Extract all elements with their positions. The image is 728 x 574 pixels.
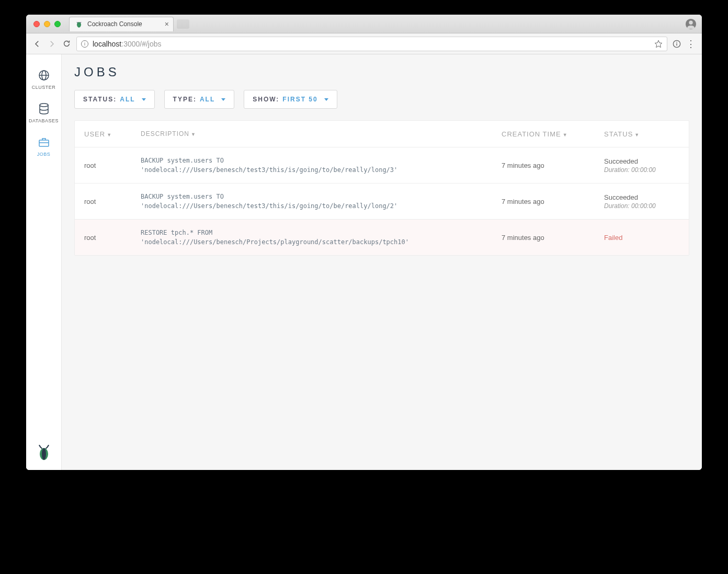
svg-rect-10 bbox=[39, 140, 49, 146]
cell-creation-time: 7 minutes ago bbox=[492, 183, 595, 219]
cell-creation-time: 7 minutes ago bbox=[492, 220, 595, 255]
tab-title: Cockroach Console bbox=[87, 20, 142, 28]
sidebar-item-label: JOBS bbox=[37, 152, 51, 157]
table-row[interactable]: rootBACKUP system.users TO 'nodelocal://… bbox=[75, 147, 689, 183]
cell-creation-time: 7 minutes ago bbox=[492, 147, 595, 183]
address-bar[interactable]: i localhost:3000/#/jobs bbox=[76, 37, 667, 51]
page-title: JOBS bbox=[74, 65, 689, 79]
sidebar-item-jobs[interactable]: JOBS bbox=[26, 130, 61, 163]
column-header-description[interactable]: DESCRIPTION▼ bbox=[131, 121, 492, 147]
filter-value: ALL bbox=[200, 96, 215, 103]
svg-point-9 bbox=[40, 104, 48, 107]
sort-arrow-icon: ▼ bbox=[563, 132, 568, 137]
sort-arrow-icon: ▼ bbox=[191, 132, 196, 137]
caret-down-icon bbox=[324, 98, 328, 101]
column-header-user[interactable]: USER▼ bbox=[75, 121, 131, 147]
minimize-window-button[interactable] bbox=[44, 21, 50, 27]
main-content: JOBS STATUS: ALL TYPE: ALL SHOW: FIRST 5… bbox=[62, 54, 702, 470]
caret-down-icon bbox=[221, 98, 225, 101]
sidebar-item-cluster[interactable]: CLUSTER bbox=[26, 63, 61, 96]
bookmark-star-icon[interactable] bbox=[654, 40, 663, 48]
cell-user: root bbox=[75, 183, 131, 219]
sidebar-item-label: DATABASES bbox=[29, 118, 59, 123]
svg-point-5 bbox=[676, 41, 677, 42]
sidebar: CLUSTER DATABASES JOBS bbox=[26, 54, 62, 470]
column-header-creation-time[interactable]: CREATION TIME▼ bbox=[492, 121, 595, 147]
svg-point-12 bbox=[42, 448, 46, 460]
site-info-icon[interactable]: i bbox=[81, 40, 88, 48]
filter-value: ALL bbox=[120, 96, 135, 103]
site-info-icon-2[interactable] bbox=[673, 40, 681, 48]
briefcase-icon bbox=[38, 136, 50, 148]
app-content: CLUSTER DATABASES JOBS JOBS STATUS: bbox=[26, 54, 702, 470]
caret-down-icon bbox=[142, 98, 146, 101]
filter-value: FIRST 50 bbox=[282, 96, 317, 103]
sort-arrow-icon: ▼ bbox=[107, 132, 112, 137]
globe-icon bbox=[38, 69, 50, 82]
svg-point-2 bbox=[689, 20, 692, 24]
cell-description: RESTORE tpch.* FROM 'nodelocal:///Users/… bbox=[131, 220, 492, 255]
sidebar-item-databases[interactable]: DATABASES bbox=[26, 96, 61, 130]
table-row[interactable]: rootRESTORE tpch.* FROM 'nodelocal:///Us… bbox=[75, 220, 689, 255]
cell-user: root bbox=[75, 147, 131, 183]
traffic-lights bbox=[31, 21, 61, 27]
title-bar: Cockroach Console × bbox=[26, 15, 702, 33]
close-window-button[interactable] bbox=[33, 21, 40, 27]
status-duration: Duration: 00:00:00 bbox=[604, 166, 679, 174]
sidebar-item-label: CLUSTER bbox=[32, 85, 56, 90]
status-duration: Duration: 00:00:00 bbox=[604, 202, 679, 210]
browser-window: Cockroach Console × i localhost:3000/#/j… bbox=[26, 15, 702, 470]
cockroach-logo-icon bbox=[37, 444, 51, 461]
cockroach-favicon bbox=[75, 20, 83, 28]
filter-label: SHOW: bbox=[253, 96, 279, 103]
user-profile-icon[interactable] bbox=[685, 18, 697, 30]
forward-button[interactable] bbox=[47, 39, 56, 49]
reload-button[interactable] bbox=[62, 39, 71, 49]
filter-show[interactable]: SHOW: FIRST 50 bbox=[244, 90, 337, 109]
url-path: :3000/#/jobs bbox=[121, 40, 161, 48]
jobs-table: USER▼ DESCRIPTION▼ CREATION TIME▼ STATUS… bbox=[74, 120, 689, 256]
cell-status: SucceededDuration: 00:00:00 bbox=[595, 147, 689, 183]
column-header-status[interactable]: STATUS▼ bbox=[595, 121, 689, 147]
database-icon bbox=[38, 102, 50, 115]
filter-label: TYPE: bbox=[173, 96, 197, 103]
cell-user: root bbox=[75, 220, 131, 255]
filter-status[interactable]: STATUS: ALL bbox=[74, 90, 155, 109]
table-header-row: USER▼ DESCRIPTION▼ CREATION TIME▼ STATUS… bbox=[75, 121, 689, 147]
sort-arrow-icon: ▼ bbox=[634, 132, 640, 137]
back-button[interactable] bbox=[32, 39, 42, 49]
status-label: Succeeded bbox=[604, 157, 679, 165]
browser-tab[interactable]: Cockroach Console × bbox=[69, 17, 174, 31]
new-tab-button[interactable] bbox=[177, 19, 189, 29]
cell-description: BACKUP system.users TO 'nodelocal:///Use… bbox=[131, 147, 492, 183]
close-tab-icon[interactable]: × bbox=[165, 20, 169, 28]
maximize-window-button[interactable] bbox=[54, 21, 61, 27]
status-label: Failed bbox=[604, 234, 679, 242]
filter-bar: STATUS: ALL TYPE: ALL SHOW: FIRST 50 bbox=[74, 90, 689, 109]
cell-status: SucceededDuration: 00:00:00 bbox=[595, 183, 689, 219]
status-label: Succeeded bbox=[604, 193, 679, 201]
filter-type[interactable]: TYPE: ALL bbox=[164, 90, 235, 109]
cell-status: Failed bbox=[595, 220, 689, 255]
cell-description: BACKUP system.users TO 'nodelocal:///Use… bbox=[131, 183, 492, 219]
browser-menu-icon[interactable]: ⋮ bbox=[686, 39, 696, 49]
browser-toolbar: i localhost:3000/#/jobs ⋮ bbox=[26, 33, 702, 54]
url-host: localhost bbox=[93, 40, 121, 48]
filter-label: STATUS: bbox=[83, 96, 117, 103]
table-row[interactable]: rootBACKUP system.users TO 'nodelocal://… bbox=[75, 183, 689, 220]
